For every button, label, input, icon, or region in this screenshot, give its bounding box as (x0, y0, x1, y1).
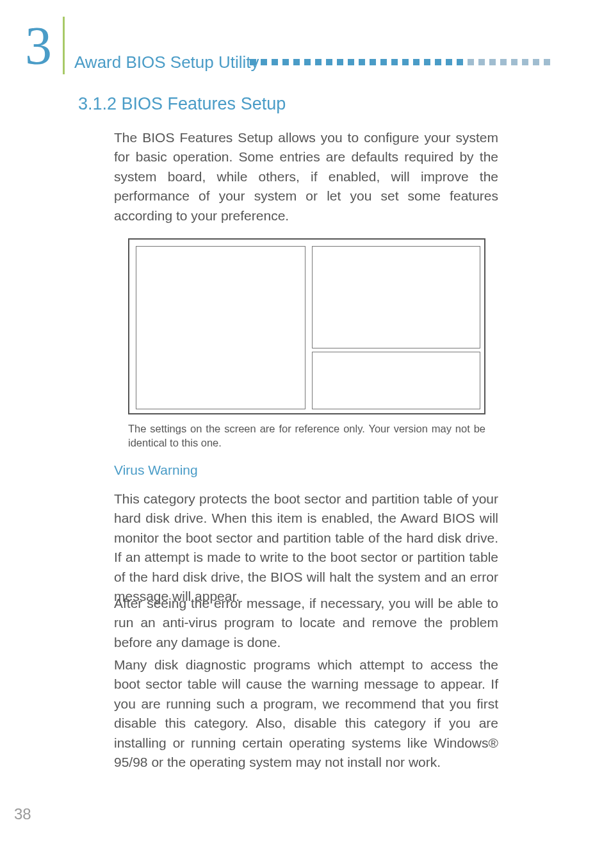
page-number: 38 (14, 805, 31, 823)
bios-screenshot-placeholder (128, 238, 485, 414)
body-paragraph-virus3: Many disk diagnostic programs which atte… (114, 655, 498, 773)
figure-panel-right-bottom (312, 352, 480, 409)
figure-panel-left (136, 246, 306, 409)
body-paragraph-virus2: After seeing the error message, if neces… (114, 594, 498, 652)
body-paragraph-virus1: This category protects the boot sector a… (114, 489, 498, 607)
figure-panel-right-top (312, 246, 480, 348)
chapter-title: Award BIOS Setup Utility (74, 53, 259, 72)
sub-heading-virus-warning: Virus Warning (114, 463, 198, 478)
header-dots (250, 59, 550, 65)
chapter-divider (63, 17, 65, 74)
figure-caption: The settings on the screen are for refer… (128, 422, 485, 450)
chapter-number: 3 (25, 19, 52, 73)
section-heading: 3.1.2 BIOS Features Setup (78, 94, 286, 114)
body-paragraph-intro: The BIOS Features Setup allows you to co… (114, 128, 498, 225)
